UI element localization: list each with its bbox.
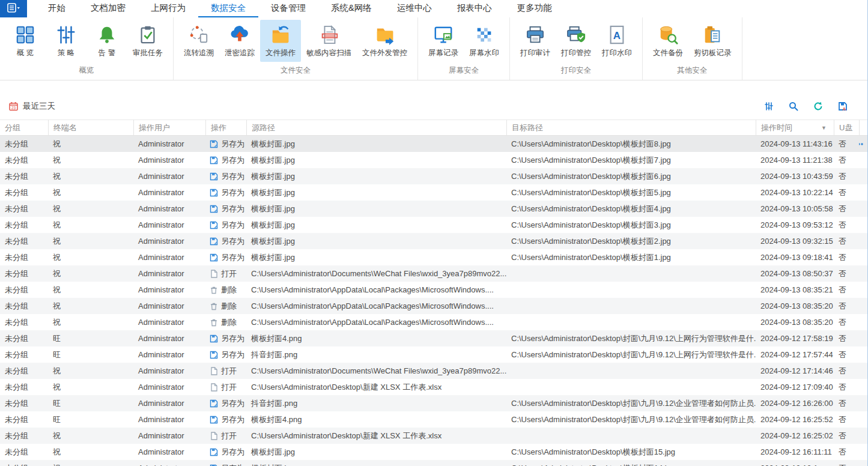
table-row[interactable]: 未分组祝Administrator另存为横板封面.jpgC:\Users\Adm…	[0, 444, 867, 460]
ribbon-button-policy-sliders[interactable]: 策 略	[46, 20, 86, 62]
ribbon-button-file-operation[interactable]: 文件操作	[260, 20, 301, 62]
ribbon-button-flow-trace[interactable]: 流转追溯	[178, 20, 219, 62]
user-cell: Administrator	[133, 301, 205, 310]
table-row[interactable]: 未分组旺Administrator另存为横板封面4.pngC:\Users\Ad…	[0, 330, 867, 346]
column-header-1[interactable]: 终端名	[48, 120, 133, 136]
table-row[interactable]: 未分组祝Administrator打开C:\Users\Administrato…	[0, 265, 867, 282]
ribbon-button-clipboard-record[interactable]: 剪切板记录	[688, 20, 737, 62]
operation-cell: 删除	[205, 317, 246, 328]
refresh-button[interactable]	[813, 101, 826, 111]
operation-label: 另存为	[221, 171, 244, 182]
ribbon-group-0: 概 览策 略告 警审批任务概览	[0, 17, 174, 80]
source-path-cell: 横板封面.jpg	[246, 236, 506, 247]
menu-tab-1[interactable]: 文档加密	[78, 0, 138, 17]
refresh-icon	[813, 101, 823, 111]
terminal-cell: 祝	[48, 268, 133, 279]
ribbon-button-overview-grid[interactable]: 概 览	[5, 20, 46, 62]
ribbon-button-leak-upload[interactable]: 泄密追踪	[219, 20, 260, 62]
menu-tab-6[interactable]: 运维中心	[384, 0, 445, 17]
target-path-cell: C:\Users\Administrator\Desktop\横板封面14.jp…	[506, 463, 756, 466]
table-row[interactable]: 未分组祝Administrator打开C:\Users\Administrato…	[0, 428, 867, 444]
table-row[interactable]: 未分组祝Administrator删除C:\Users\Administrato…	[0, 282, 867, 298]
time-cell: 2024-09-13 11:43:16	[756, 139, 834, 148]
terminal-cell: 旺	[48, 398, 133, 409]
table-row[interactable]: 未分组祝Administrator另存为横板封面.jpgC:\Users\Adm…	[0, 460, 867, 466]
operation-cell: 另存为	[205, 155, 246, 166]
table-row[interactable]: 未分组祝Administrator另存为横板封面.jpgC:\Users\Adm…	[0, 184, 867, 201]
ribbon-button-sensitive-scan[interactable]: 敏感内容扫描	[301, 20, 357, 62]
ribbon-button-file-backup[interactable]: 文件备份	[648, 20, 688, 62]
usb-cell: 否	[834, 366, 859, 377]
table-row[interactable]: 未分组祝Administrator删除C:\Users\Administrato…	[0, 314, 867, 330]
usb-cell: 否	[834, 398, 859, 409]
menu-tab-0[interactable]: 开始	[35, 0, 78, 17]
column-header-7[interactable]: U盘	[834, 120, 859, 136]
export-button[interactable]: A	[838, 101, 851, 111]
user-cell: Administrator	[133, 447, 205, 456]
menu-tab-5[interactable]: 系统&网络	[318, 0, 384, 17]
ribbon-button-label: 流转追溯	[184, 48, 214, 58]
user-cell: Administrator	[133, 285, 205, 294]
menu-tab-8[interactable]: 更多功能	[505, 0, 565, 17]
table-row[interactable]: 未分组旺Administrator另存为横板封面4.pngC:\Users\Ad…	[0, 411, 867, 428]
group-cell: 未分组	[0, 252, 48, 263]
ribbon-button-print-control[interactable]: 打印管控	[556, 20, 596, 62]
group-cell: 未分组	[0, 236, 48, 247]
operation-cell: 另存为	[205, 220, 246, 231]
table-row[interactable]: 未分组祝Administrator删除C:\Users\Administrato…	[0, 298, 867, 314]
menu-tab-4[interactable]: 设备管理	[258, 0, 318, 17]
ribbon-button-screen-watermark[interactable]: 屏幕水印	[464, 20, 505, 62]
date-filter-button[interactable]: 23 最近三天	[8, 101, 55, 112]
column-header-5[interactable]: 目标路径	[506, 120, 756, 136]
table-row[interactable]: 未分组祝Administrator打开C:\Users\Administrato…	[0, 363, 867, 379]
table-row[interactable]: 未分组祝Administrator另存为横板封面.jpgC:\Users\Adm…	[0, 249, 867, 265]
table-row[interactable]: 未分组祝Administrator打开C:\Users\Administrato…	[0, 379, 867, 395]
usb-cell: 否	[834, 447, 859, 458]
ribbon-button-file-outgoing[interactable]: 文件外发管控	[357, 20, 413, 62]
group-cell: 未分组	[0, 333, 48, 344]
ribbon-button-label: 剪切板记录	[694, 48, 732, 58]
menu-tab-2[interactable]: 上网行为	[138, 0, 198, 17]
terminal-cell: 祝	[48, 447, 133, 458]
ribbon-group-buttons: 概 览策 略告 警审批任务	[5, 17, 168, 64]
table-row[interactable]: 未分组旺Administrator另存为抖音封面.pngC:\Users\Adm…	[0, 346, 867, 363]
app-logo-button[interactable]	[0, 0, 27, 17]
column-header-3[interactable]: 操作	[205, 120, 246, 136]
table-row[interactable]: 未分组祝Administrator另存为横板封面.jpgC:\Users\Adm…	[0, 152, 867, 168]
ribbon-button-screen-record[interactable]: 屏幕记录	[423, 20, 464, 62]
table-row[interactable]: 未分组祝Administrator另存为横板封面.jpgC:\Users\Adm…	[0, 217, 867, 233]
ribbon-button-print-audit[interactable]: 打印审计	[515, 20, 556, 62]
ribbon-button-alert-bell[interactable]: 告 警	[86, 20, 127, 62]
column-header-4[interactable]: 源路径	[246, 120, 506, 136]
column-header-6[interactable]: 操作时间▼	[756, 120, 834, 136]
user-cell: Administrator	[133, 188, 205, 197]
ribbon-button-label: 文件外发管控	[362, 48, 407, 58]
table-row[interactable]: 未分组祝Administrator另存为横板封面.jpgC:\Users\Adm…	[0, 201, 867, 217]
policy-small-button[interactable]	[764, 101, 777, 111]
terminal-cell: 祝	[48, 204, 133, 214]
column-header-2[interactable]: 操作用户	[133, 120, 205, 136]
ribbon-button-label: 审批任务	[133, 48, 163, 58]
table-row[interactable]: 未分组祝Administrator另存为横板封面.jpgC:\Users\Adm…	[0, 233, 867, 249]
table-row[interactable]: 未分组祝Administrator另存为横板封面.jpgC:\Users\Adm…	[0, 136, 867, 152]
table-row[interactable]: 未分组旺Administrator另存为抖音封面.pngC:\Users\Adm…	[0, 395, 867, 411]
column-header-0[interactable]: 分组	[0, 120, 48, 136]
operation-cell: 另存为	[205, 252, 246, 263]
time-cell: 2024-09-12 17:58:19	[756, 334, 834, 343]
source-path-cell: 横板封面.jpg	[246, 252, 506, 263]
operation-label: 另存为	[221, 333, 244, 344]
ribbon-button-print-watermark[interactable]: A打印水印	[596, 20, 637, 62]
ribbon-button-label: 告 警	[99, 48, 115, 58]
menu-tab-3[interactable]: 数据安全	[198, 0, 258, 17]
menu-tab-7[interactable]: 报表中心	[445, 0, 505, 17]
menu-bar: 开始文档加密上网行为数据安全设备管理系统&网络运维中心报表中心更多功能	[0, 0, 867, 17]
ribbon-button-approval-clipboard[interactable]: 审批任务	[127, 20, 168, 62]
column-header-label: 源路径	[252, 123, 275, 133]
usb-cell: 否	[834, 155, 859, 166]
ribbon-button-label: 泄密追踪	[225, 48, 255, 58]
save-as-icon	[210, 416, 218, 424]
search-button[interactable]	[789, 101, 801, 111]
table-row[interactable]: 未分组祝Administrator另存为横板封面.jpgC:\Users\Adm…	[0, 168, 867, 184]
row-actions-button[interactable]	[859, 142, 867, 146]
operation-cell: 另存为	[205, 139, 246, 150]
